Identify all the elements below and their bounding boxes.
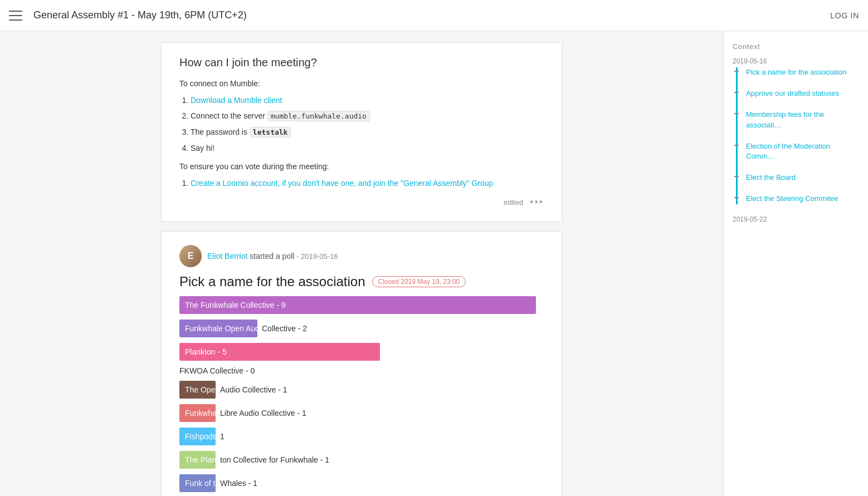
poll-option-row: The Funkwhale Collective - 9 bbox=[179, 296, 544, 314]
timeline-line bbox=[736, 67, 738, 204]
vote-intro: To ensure you can vote during the meetin… bbox=[179, 161, 544, 173]
poll-label-5: Audio Collective - 1 bbox=[216, 385, 287, 394]
timeline-item-4: Election of the Moderation Comm… bbox=[742, 141, 859, 161]
poll-bar-1: The Funkwhale Collective - 9 bbox=[179, 296, 536, 314]
poll-card: E Eliot Berriot started a poll · 2019-05… bbox=[161, 231, 562, 496]
poll-bar-6: Funkwhale bbox=[179, 404, 216, 422]
poll-bar-3-label: Plankton - 5 bbox=[185, 347, 227, 356]
poll-option-row-3: Plankton - 5 bbox=[179, 343, 544, 361]
step-2-prefix: Connect to the server bbox=[191, 111, 267, 120]
step-3-prefix: The password is bbox=[191, 127, 250, 136]
edited-label: edited bbox=[504, 198, 523, 207]
step-2: Connect to the server mumble.funkwhale.a… bbox=[191, 110, 544, 122]
step-4: Say hi! bbox=[191, 142, 544, 154]
timeline-item-2: Approve our drafted statuses bbox=[742, 89, 859, 99]
card-footer: edited ••• bbox=[179, 197, 544, 208]
poll-date: 2019-05-16 bbox=[301, 252, 338, 261]
timeline-link-3[interactable]: Membership fees for the associati… bbox=[746, 110, 859, 130]
poll-option-row-5: The Open Audio Collective - 1 bbox=[179, 381, 544, 399]
poll-bar-7: Fishpods - bbox=[179, 428, 216, 445]
poll-bar-3: Plankton - 5 bbox=[179, 343, 380, 361]
poll-label-7: 1 bbox=[216, 432, 225, 441]
poll-meta: E Eliot Berriot started a poll · 2019-05… bbox=[179, 245, 544, 267]
poll-option-row-2: Funkwhale Open Audio Collective - 2 bbox=[179, 320, 544, 337]
poll-bar-5-label: The Open bbox=[185, 385, 220, 394]
vote-steps: Create a Loomio account, if you don't ha… bbox=[191, 177, 544, 189]
poll-label-8: ton Collective for Funkwhale - 1 bbox=[216, 455, 329, 464]
main-content: How can I join the meeting? To connect o… bbox=[0, 31, 723, 496]
avatar: E bbox=[179, 245, 202, 267]
poll-option-row-7: Fishpods - 1 bbox=[179, 428, 544, 445]
timeline-item-5: Elect the Board bbox=[742, 173, 859, 183]
password: letstalk bbox=[250, 127, 291, 137]
poll-title: Pick a name for the association Closed 2… bbox=[179, 274, 544, 289]
poll-label-2: Collective - 2 bbox=[257, 324, 307, 333]
poll-option-row-8: The Plank ton Collective for Funkwhale -… bbox=[179, 451, 544, 469]
join-heading: How can I join the meeting? bbox=[179, 56, 544, 69]
menu-icon[interactable] bbox=[9, 9, 22, 22]
context-end-date: 2019-05-22 bbox=[733, 215, 859, 223]
poll-option-row-9: Funk of the Whales - 1 bbox=[179, 474, 544, 492]
context-start-date: 2019-05-16 bbox=[733, 57, 859, 65]
poll-title-text: Pick a name for the association bbox=[179, 274, 365, 289]
login-button[interactable]: LOG IN bbox=[830, 11, 859, 20]
poll-action: started a poll · bbox=[250, 252, 301, 261]
timeline-item-3: Membership fees for the associati… bbox=[742, 110, 859, 130]
join-meeting-card: How can I join the meeting? To connect o… bbox=[161, 42, 562, 222]
avatar-image: E bbox=[179, 245, 202, 267]
layout: How can I join the meeting? To connect o… bbox=[0, 31, 868, 496]
timeline-link-1[interactable]: Pick a name for the association bbox=[746, 67, 859, 77]
poll-bar-2: Funkwhale Open Audio bbox=[179, 320, 257, 337]
step-3: The password is letstalk bbox=[191, 126, 544, 139]
timeline-link-6[interactable]: Elect the Steering Commitee bbox=[746, 194, 859, 204]
poll-label-4: FKWOA Collective - 0 bbox=[179, 366, 255, 375]
more-options-icon[interactable]: ••• bbox=[530, 197, 544, 208]
poll-options: The Funkwhale Collective - 9 Funkwhale O… bbox=[179, 296, 544, 496]
content-wrapper: How can I join the meeting? To connect o… bbox=[161, 42, 562, 485]
mumble-intro: To connect on Mumble: bbox=[179, 78, 544, 90]
poll-bar-9: Funk of the bbox=[179, 474, 216, 492]
timeline: Pick a name for the association Approve … bbox=[733, 67, 859, 204]
timeline-item-1: Pick a name for the association bbox=[742, 67, 859, 77]
poll-bar-8-label: The Plank bbox=[185, 455, 220, 464]
poll-label-9: Whales - 1 bbox=[216, 479, 257, 488]
vote-step-1: Create a Loomio account, if you don't ha… bbox=[191, 177, 544, 189]
poll-bar-1-label: The Funkwhale Collective - 9 bbox=[185, 301, 286, 310]
closed-badge: Closed 2019 May 19, 23:00 bbox=[372, 276, 466, 287]
context-sidebar: Context 2019-05-16 Pick a name for the a… bbox=[723, 31, 868, 496]
step-1: Download a Mumble client bbox=[191, 94, 544, 106]
server-address: mumble.funkwhale.audio bbox=[267, 111, 370, 121]
context-title: Context bbox=[733, 42, 859, 51]
loomio-link[interactable]: Create a Loomio account, if you don't ha… bbox=[191, 179, 493, 188]
poll-option-row-4: FKWOA Collective - 0 bbox=[179, 366, 544, 375]
app-header: General Assembly #1 - May 19th, 6PM (UTC… bbox=[0, 0, 868, 31]
timeline-link-5[interactable]: Elect the Board bbox=[746, 173, 859, 183]
download-mumble-link[interactable]: Download a Mumble client bbox=[191, 96, 282, 105]
poll-label-6: Libre Audio Collective - 1 bbox=[216, 409, 306, 418]
poll-bar-2-label: Funkwhale Open Audio bbox=[185, 324, 266, 333]
timeline-item-6: Elect the Steering Commitee bbox=[742, 194, 859, 204]
page-title: General Assembly #1 - May 19th, 6PM (UTC… bbox=[33, 9, 830, 21]
timeline-link-2[interactable]: Approve our drafted statuses bbox=[746, 89, 859, 99]
poll-author[interactable]: Eliot Berriot bbox=[207, 252, 247, 261]
poll-bar-8: The Plank bbox=[179, 451, 216, 469]
poll-bar-5: The Open bbox=[179, 381, 216, 399]
poll-option-row-6: Funkwhale Libre Audio Collective - 1 bbox=[179, 404, 544, 422]
timeline-link-4[interactable]: Election of the Moderation Comm… bbox=[746, 141, 859, 161]
mumble-steps: Download a Mumble client Connect to the … bbox=[191, 94, 544, 154]
